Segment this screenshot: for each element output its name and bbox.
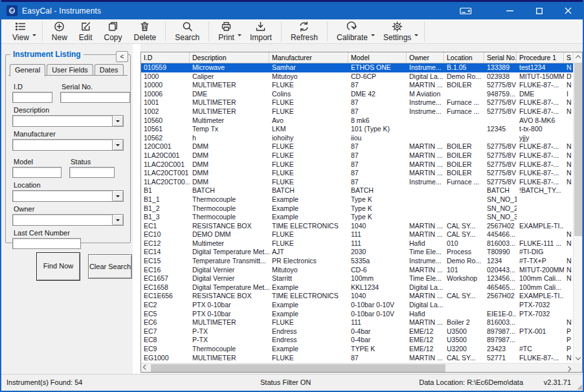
table-row[interactable]: EC14Digital Temperature Met...AJT2030Tim… [141,248,574,257]
settings-button[interactable]: Settings [377,19,417,43]
new-button[interactable]: New [46,19,73,43]
view-button[interactable]: View [6,19,35,43]
last-cert-input[interactable] [12,238,81,249]
horizontal-scrollbar[interactable] [141,363,573,372]
cell: TIME ELECTRONICS [269,222,348,231]
table-row[interactable]: 120C001DMMFLUKE87MARTIN ...BOILER52775/8… [141,142,574,151]
table-row[interactable]: B1_2ThermocoupleExampleType KSN_NO_2 [141,204,574,213]
table-row[interactable]: EC1E656RESISTANCE BOXTIME ELECTRONICS104… [141,292,574,301]
vertical-scrollbar[interactable] [573,52,582,363]
print-dropdown-icon[interactable] [238,34,241,38]
table-row[interactable]: EC16Digital VernierMitutoyoCD-6MARTIN ..… [141,266,574,275]
refresh-label: Refresh [291,33,318,42]
cell: 87 [348,142,407,151]
vertical-scroll-thumb[interactable] [574,63,582,236]
settings-dropdown-icon[interactable] [414,34,418,38]
table-row[interactable]: B1BATCHBATCHBATCHBATCH!BATCH_TY... [141,186,574,195]
panel-splitter[interactable] [133,44,140,374]
table-row[interactable]: EG1000MULTIMETERFLUKE87MARTIN ...CAL SY.… [141,354,574,363]
table-row[interactable]: EC15Temperature Transmitt...PR Electroni… [141,257,574,266]
scroll-down-icon[interactable] [574,354,583,363]
column-header[interactable]: Procedure 1 [517,52,564,63]
table-row[interactable]: EC6MULTIMETERFLUKE111MARTIN ...Boiler 28… [141,318,574,327]
table-row[interactable]: 1LAC20CT001DMMFLUKE87MARTIN ...BOILER527… [141,169,574,178]
cell: P-TX [190,336,269,345]
column-header[interactable]: I.D [141,52,190,63]
close-button[interactable] [554,2,583,19]
column-header[interactable]: Owner [407,52,444,63]
column-header[interactable]: Location [444,52,484,63]
cell: EME/12 [407,327,444,336]
clear-search-button[interactable]: Clear Search [88,254,132,279]
table-row[interactable]: EC1RESISTANCE BOXTIME ELECTRONICS1040MAR… [141,222,574,231]
table-row[interactable]: 1LAC20CT00...DMMFLUKE87Instrume...Furnac… [141,178,574,187]
table-row[interactable]: EC1658Digital Temperature Met...ExampleK… [141,283,574,292]
column-header[interactable]: Model [348,52,407,63]
tab-user-fields[interactable]: User Fields [47,64,93,75]
cell: Instrume... [407,98,444,107]
tab-dates[interactable]: Dates [95,64,124,75]
column-header[interactable]: Manufacturer [269,52,348,63]
table-row[interactable]: 1LAC20C001DMMFLUKE87MARTIN ...BOILER5277… [141,160,574,169]
table-row[interactable]: EC8P-TXEndress0-4barEME/12U3500897987...… [141,336,574,345]
table-row[interactable]: 010559MicrowaveSamharETHOS ONEInstrume..… [141,63,574,72]
minimize-button[interactable] [495,2,524,19]
resize-grip[interactable]: ◢ [577,383,582,390]
table-row[interactable]: 1LA20C001DMMFLUKE87MARTIN ...BOILER52775… [141,151,574,160]
cell: MULTIMETER [190,318,269,327]
table-row[interactable]: EC1657Digital VernierStarritt100mmTime E… [141,274,574,283]
tab-general[interactable]: General [10,64,45,76]
collapse-panel-button[interactable]: < [116,51,128,62]
table-row[interactable]: EC10DEMO DMMFLUKE111MARTIN ...CAL SY...4… [141,230,574,239]
scroll-left-icon[interactable] [141,364,150,373]
table-row[interactable]: EC7P-TXEndress0-4barEME/12U3500897987...… [141,327,574,336]
table-row[interactable]: 1002MULTIMETERFLUKE87Instrume...Furnace … [141,107,574,116]
delete-button[interactable]: Delete [128,19,163,43]
location-combobox[interactable] [12,190,124,202]
column-header[interactable]: Serial No. [484,52,517,63]
edit-button[interactable]: Edit [73,19,98,43]
table-row[interactable]: EC2PTX 0-10barExample0-10bar 0-10VDigita… [141,301,574,310]
horizontal-scroll-thumb[interactable] [151,364,445,372]
find-now-button[interactable]: Find Now [36,252,80,281]
table-row[interactable]: 10561Temp TxLKM101 (Type K)12345t-tx-800 [141,125,574,134]
copy-button[interactable]: Copy [98,19,128,43]
maximize-button[interactable] [524,2,554,19]
table-row[interactable]: 10000MULTIMETERFLUKE87MARTIN ...BOILER52… [141,81,574,90]
scroll-up-icon[interactable] [574,52,583,61]
table-row[interactable]: 1001MULTIMETERFLUKE87Instrume...Furnace … [141,98,574,107]
gear-icon [391,21,403,32]
cell: 1040 [348,292,407,301]
calibrate-button[interactable]: Calibrate [331,19,374,43]
table-row[interactable]: B1_1ThermocoupleExampleType KSN_NO_1 [141,195,574,204]
print-button[interactable]: Print [212,19,240,43]
touch-keyboard-icon[interactable] [453,2,478,19]
table-row[interactable]: 10006DMEColinsDME 42M Aviation948759...D… [141,90,574,99]
chevron-down-icon[interactable] [112,139,124,151]
view-dropdown-icon[interactable] [32,34,36,38]
table-row[interactable]: 1000CaliperMitutoyoCD-6CPDigital La...De… [141,72,574,82]
manufacturer-combobox[interactable] [12,139,124,151]
import-button[interactable]: Import [244,19,278,43]
chevron-down-icon[interactable] [112,190,124,202]
status-input[interactable] [69,167,115,178]
table-row[interactable]: B1_3ThermocoupleExampleType KSN_NO_3 [141,213,574,222]
calibrate-dropdown-icon[interactable] [371,34,375,38]
table-row[interactable]: 10562hiohoihyiiouyjjy [141,134,574,143]
model-input[interactable] [12,167,62,178]
table-row[interactable]: EC12MultimeterFLUKE111Hafid010816003...F… [141,239,574,248]
description-combobox[interactable] [12,115,124,127]
table-row[interactable]: EC5PTX 0-10barExample0-10bar 0-10VHafidE… [141,310,574,319]
column-header[interactable]: Description [190,52,269,63]
refresh-button[interactable]: Refresh [285,19,324,43]
search-button[interactable]: Search [169,19,205,43]
chevron-down-icon[interactable] [112,115,124,127]
chevron-down-icon[interactable] [112,214,124,226]
table-row[interactable]: 10560MultimeterAvo8 mk6AVO 8-MK6 [141,116,574,125]
scroll-right-icon[interactable] [564,364,573,373]
serial-input[interactable] [60,92,130,103]
table-row[interactable]: EC9ThermocoupleExampleTYPE KEME/12U32002… [141,345,574,354]
cell: Example [269,310,348,319]
id-input[interactable] [12,92,52,103]
owner-combobox[interactable] [12,214,124,226]
